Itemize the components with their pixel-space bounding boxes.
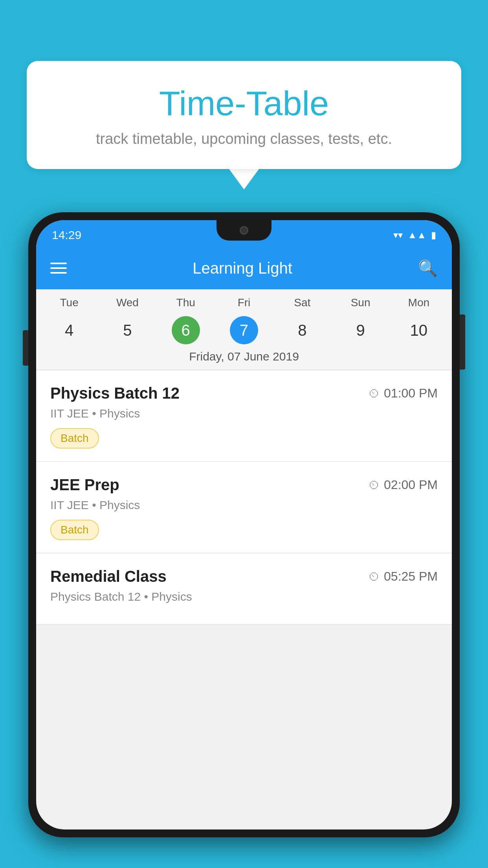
speech-bubble: Time-Table track timetable, upcoming cla… — [27, 61, 461, 169]
date-9[interactable]: 9 — [331, 316, 389, 344]
bubble-subtitle: track timetable, upcoming classes, tests… — [46, 131, 442, 147]
date-5[interactable]: 5 — [98, 316, 156, 344]
day-header-fri: Fri — [215, 296, 273, 309]
schedule-item-1-badge: Batch — [50, 428, 99, 449]
clock-icon-1: ⏲ — [368, 387, 380, 400]
app-bar: Learning Light 🔍 — [36, 247, 452, 289]
wifi-icon: ▾▾ — [393, 230, 403, 241]
search-button[interactable]: 🔍 — [418, 259, 438, 278]
schedule-item-3-time: ⏲ 05:25 PM — [368, 569, 438, 584]
schedule-item-2-subtitle: IIT JEE • Physics — [50, 498, 438, 512]
schedule-item-2-title: JEE Prep — [50, 476, 119, 494]
schedule-item-3-time-text: 05:25 PM — [384, 569, 438, 584]
status-time: 14:29 — [52, 228, 81, 242]
schedule-item-2-time: ⏲ 02:00 PM — [368, 478, 438, 492]
date-row: 4 5 6 7 8 9 10 — [36, 313, 452, 350]
date-6-today[interactable]: 6 — [172, 316, 200, 344]
schedule-item-2-header: JEE Prep ⏲ 02:00 PM — [50, 476, 438, 494]
calendar-section: Tue Wed Thu Fri Sat Sun Mon 4 5 6 7 8 9 … — [36, 289, 452, 370]
bubble-title: Time-Table — [46, 85, 442, 123]
date-7-selected[interactable]: 7 — [230, 316, 258, 344]
phone-screen: 14:29 ▾▾ ▲▲ ▮ Learning Light 🔍 — [36, 220, 452, 829]
date-8[interactable]: 8 — [273, 316, 331, 344]
schedule-item-2-badge: Batch — [50, 520, 99, 540]
schedule-item-2-time-text: 02:00 PM — [384, 478, 438, 492]
app-title: Learning Light — [78, 259, 407, 277]
clock-icon-3: ⏲ — [368, 570, 380, 583]
phone-camera — [240, 226, 248, 235]
schedule-item-3[interactable]: Remedial Class ⏲ 05:25 PM Physics Batch … — [36, 554, 452, 625]
schedule-item-1-header: Physics Batch 12 ⏲ 01:00 PM — [50, 384, 438, 402]
schedule-list: Physics Batch 12 ⏲ 01:00 PM IIT JEE • Ph… — [36, 370, 452, 625]
clock-icon-2: ⏲ — [368, 478, 380, 492]
status-icons: ▾▾ ▲▲ ▮ — [393, 230, 436, 241]
day-header-tue: Tue — [40, 296, 98, 309]
phone-outer: 14:29 ▾▾ ▲▲ ▮ Learning Light 🔍 — [28, 212, 460, 837]
schedule-item-1[interactable]: Physics Batch 12 ⏲ 01:00 PM IIT JEE • Ph… — [36, 370, 452, 462]
hamburger-menu[interactable] — [50, 263, 67, 274]
speech-bubble-section: Time-Table track timetable, upcoming cla… — [27, 61, 461, 189]
day-header-sat: Sat — [273, 296, 331, 309]
schedule-item-2[interactable]: JEE Prep ⏲ 02:00 PM IIT JEE • Physics Ba… — [36, 462, 452, 554]
schedule-item-1-time-text: 01:00 PM — [384, 386, 438, 401]
signal-icon: ▲▲ — [407, 230, 426, 241]
day-header-thu: Thu — [157, 296, 215, 309]
battery-icon: ▮ — [431, 230, 436, 241]
selected-date-label: Friday, 07 June 2019 — [36, 350, 452, 370]
schedule-item-3-header: Remedial Class ⏲ 05:25 PM — [50, 568, 438, 585]
phone-wrapper: 14:29 ▾▾ ▲▲ ▮ Learning Light 🔍 — [28, 212, 460, 868]
schedule-item-3-subtitle: Physics Batch 12 • Physics — [50, 590, 438, 603]
schedule-item-1-time: ⏲ 01:00 PM — [368, 386, 438, 401]
date-10[interactable]: 10 — [390, 316, 448, 344]
schedule-item-1-subtitle: IIT JEE • Physics — [50, 407, 438, 420]
day-header-wed: Wed — [98, 296, 156, 309]
schedule-item-1-title: Physics Batch 12 — [50, 384, 180, 402]
date-4[interactable]: 4 — [40, 316, 98, 344]
day-header-sun: Sun — [331, 296, 389, 309]
phone-notch — [216, 220, 272, 241]
schedule-item-3-title: Remedial Class — [50, 568, 167, 585]
day-headers: Tue Wed Thu Fri Sat Sun Mon — [36, 289, 452, 313]
speech-bubble-arrow — [229, 169, 259, 189]
day-header-mon: Mon — [390, 296, 448, 309]
